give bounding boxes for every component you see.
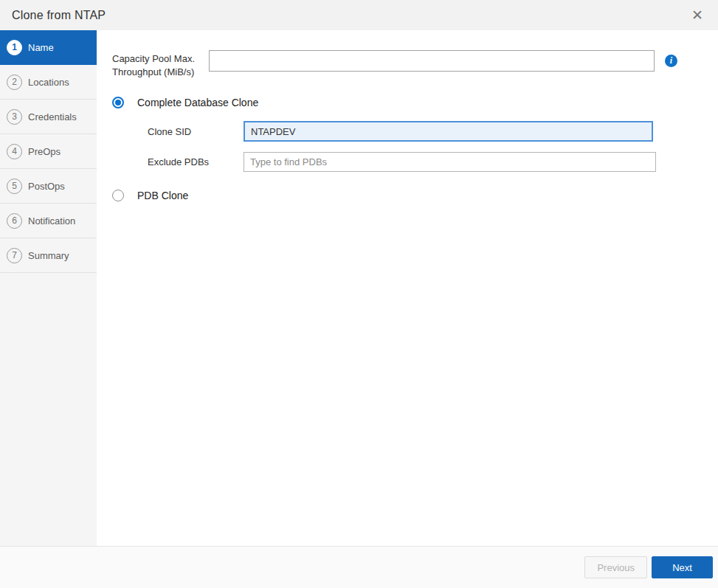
sidebar-step-notification[interactable]: 6 Notification [0,204,97,238]
exclude-pdbs-input[interactable] [244,152,656,172]
info-icon[interactable]: i [665,55,677,67]
step-number-badge: 4 [7,144,22,159]
pdb-clone-row: PDB Clone [112,190,703,201]
close-icon[interactable]: ✕ [688,7,706,24]
capacity-throughput-input[interactable] [209,50,655,72]
sidebar-step-locations[interactable]: 2 Locations [0,65,97,100]
complete-database-clone-label[interactable]: Complete Database Clone [137,97,258,108]
clone-sid-input[interactable] [244,121,653,142]
step-label: PreOps [28,146,61,157]
exclude-pdbs-label: Exclude PDBs [148,156,244,167]
sidebar-step-name[interactable]: 1 Name [0,30,97,65]
step-number-badge: 2 [7,75,22,90]
exclude-pdbs-row: Exclude PDBs [148,152,703,172]
wizard-sidebar: 1 Name 2 Locations 3 Credentials 4 PreOp… [0,30,97,546]
name-step-form: Capacity Pool Max. Throughput (MiB/s) i … [97,30,718,546]
step-label: Credentials [28,111,77,122]
sidebar-step-postops[interactable]: 5 PostOps [0,169,97,204]
capacity-throughput-label: Capacity Pool Max. Throughput (MiB/s) [112,50,209,79]
step-label: Locations [28,77,69,88]
capacity-throughput-row: Capacity Pool Max. Throughput (MiB/s) i [112,50,703,79]
step-number-badge: 7 [7,248,22,263]
step-label: Name [28,42,54,53]
sidebar-filler [0,273,97,546]
dialog-footer: Previous Next [0,546,718,588]
clone-sid-label: Clone SID [148,126,244,137]
radio-dot [115,100,121,106]
sidebar-step-credentials[interactable]: 3 Credentials [0,100,97,134]
step-label: Notification [28,215,75,226]
step-number-badge: 1 [7,40,22,55]
pdb-clone-radio[interactable] [112,190,124,201]
step-number-badge: 5 [7,179,22,194]
sidebar-step-summary[interactable]: 7 Summary [0,238,97,273]
clone-dialog: Clone from NTAP ✕ 1 Name 2 Locations 3 C… [0,0,718,588]
previous-button[interactable]: Previous [584,556,647,578]
step-number-badge: 6 [7,213,22,229]
next-button[interactable]: Next [652,556,713,578]
step-label: Summary [28,250,69,261]
sidebar-step-preops[interactable]: 4 PreOps [0,134,97,169]
dialog-title: Clone from NTAP [12,9,106,22]
clone-sid-row: Clone SID [148,121,703,142]
step-label: PostOps [28,181,65,192]
complete-database-clone-radio[interactable] [112,97,124,108]
step-number-badge: 3 [7,109,22,125]
complete-database-clone-row: Complete Database Clone [112,97,703,108]
pdb-clone-label[interactable]: PDB Clone [137,190,188,201]
dialog-titlebar: Clone from NTAP ✕ [0,0,718,30]
